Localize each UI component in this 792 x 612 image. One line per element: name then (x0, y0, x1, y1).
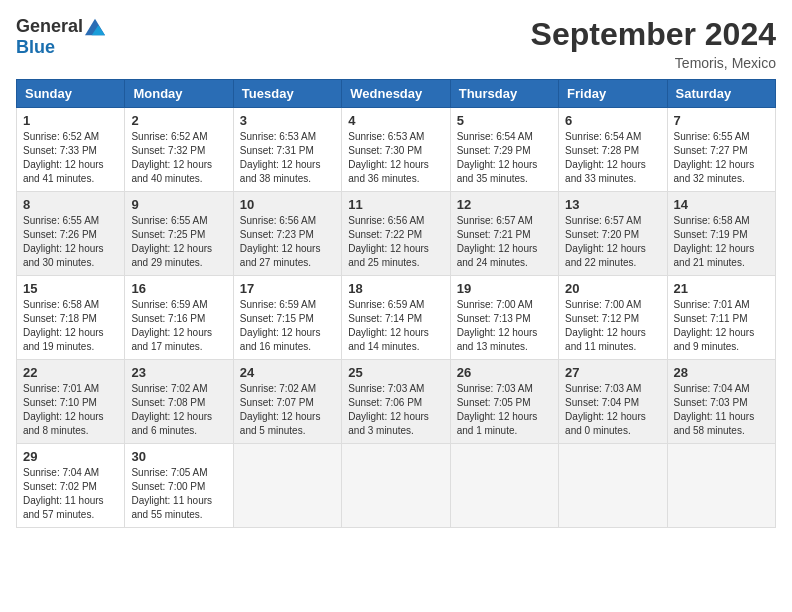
day-number: 24 (240, 365, 335, 380)
calendar-cell: 4 Sunrise: 6:53 AM Sunset: 7:30 PM Dayli… (342, 108, 450, 192)
day-info: Sunrise: 6:59 AM Sunset: 7:16 PM Dayligh… (131, 298, 226, 354)
calendar-header-row: SundayMondayTuesdayWednesdayThursdayFrid… (17, 80, 776, 108)
day-info: Sunrise: 6:57 AM Sunset: 7:21 PM Dayligh… (457, 214, 552, 270)
day-info: Sunrise: 6:56 AM Sunset: 7:23 PM Dayligh… (240, 214, 335, 270)
calendar-week-row: 29 Sunrise: 7:04 AM Sunset: 7:02 PM Dayl… (17, 444, 776, 528)
day-number: 7 (674, 113, 769, 128)
day-info: Sunrise: 7:01 AM Sunset: 7:11 PM Dayligh… (674, 298, 769, 354)
calendar-cell: 19 Sunrise: 7:00 AM Sunset: 7:13 PM Dayl… (450, 276, 558, 360)
day-number: 5 (457, 113, 552, 128)
calendar-cell: 29 Sunrise: 7:04 AM Sunset: 7:02 PM Dayl… (17, 444, 125, 528)
day-number: 23 (131, 365, 226, 380)
calendar-cell (233, 444, 341, 528)
calendar-cell: 12 Sunrise: 6:57 AM Sunset: 7:21 PM Dayl… (450, 192, 558, 276)
day-number: 14 (674, 197, 769, 212)
calendar-cell: 23 Sunrise: 7:02 AM Sunset: 7:08 PM Dayl… (125, 360, 233, 444)
day-number: 29 (23, 449, 118, 464)
calendar-cell: 26 Sunrise: 7:03 AM Sunset: 7:05 PM Dayl… (450, 360, 558, 444)
day-info: Sunrise: 7:04 AM Sunset: 7:02 PM Dayligh… (23, 466, 118, 522)
calendar-cell: 24 Sunrise: 7:02 AM Sunset: 7:07 PM Dayl… (233, 360, 341, 444)
day-info: Sunrise: 6:55 AM Sunset: 7:27 PM Dayligh… (674, 130, 769, 186)
day-number: 13 (565, 197, 660, 212)
day-number: 28 (674, 365, 769, 380)
day-info: Sunrise: 6:52 AM Sunset: 7:32 PM Dayligh… (131, 130, 226, 186)
day-info: Sunrise: 6:55 AM Sunset: 7:26 PM Dayligh… (23, 214, 118, 270)
calendar-cell: 9 Sunrise: 6:55 AM Sunset: 7:25 PM Dayli… (125, 192, 233, 276)
calendar-cell: 1 Sunrise: 6:52 AM Sunset: 7:33 PM Dayli… (17, 108, 125, 192)
day-info: Sunrise: 6:54 AM Sunset: 7:28 PM Dayligh… (565, 130, 660, 186)
day-number: 8 (23, 197, 118, 212)
day-number: 11 (348, 197, 443, 212)
day-number: 12 (457, 197, 552, 212)
logo-icon (85, 17, 105, 37)
day-info: Sunrise: 6:59 AM Sunset: 7:14 PM Dayligh… (348, 298, 443, 354)
calendar-cell: 28 Sunrise: 7:04 AM Sunset: 7:03 PM Dayl… (667, 360, 775, 444)
calendar-cell: 18 Sunrise: 6:59 AM Sunset: 7:14 PM Dayl… (342, 276, 450, 360)
calendar-cell: 6 Sunrise: 6:54 AM Sunset: 7:28 PM Dayli… (559, 108, 667, 192)
calendar-cell: 10 Sunrise: 6:56 AM Sunset: 7:23 PM Dayl… (233, 192, 341, 276)
column-header-monday: Monday (125, 80, 233, 108)
month-title: September 2024 (531, 16, 776, 53)
calendar-table: SundayMondayTuesdayWednesdayThursdayFrid… (16, 79, 776, 528)
day-number: 19 (457, 281, 552, 296)
calendar-cell: 11 Sunrise: 6:56 AM Sunset: 7:22 PM Dayl… (342, 192, 450, 276)
day-info: Sunrise: 7:03 AM Sunset: 7:06 PM Dayligh… (348, 382, 443, 438)
calendar-cell: 25 Sunrise: 7:03 AM Sunset: 7:06 PM Dayl… (342, 360, 450, 444)
calendar-cell: 27 Sunrise: 7:03 AM Sunset: 7:04 PM Dayl… (559, 360, 667, 444)
day-number: 6 (565, 113, 660, 128)
day-info: Sunrise: 6:53 AM Sunset: 7:30 PM Dayligh… (348, 130, 443, 186)
calendar-cell: 17 Sunrise: 6:59 AM Sunset: 7:15 PM Dayl… (233, 276, 341, 360)
day-number: 2 (131, 113, 226, 128)
day-info: Sunrise: 6:54 AM Sunset: 7:29 PM Dayligh… (457, 130, 552, 186)
day-number: 3 (240, 113, 335, 128)
day-info: Sunrise: 6:56 AM Sunset: 7:22 PM Dayligh… (348, 214, 443, 270)
calendar-cell: 13 Sunrise: 6:57 AM Sunset: 7:20 PM Dayl… (559, 192, 667, 276)
day-info: Sunrise: 6:58 AM Sunset: 7:18 PM Dayligh… (23, 298, 118, 354)
day-number: 20 (565, 281, 660, 296)
day-info: Sunrise: 6:55 AM Sunset: 7:25 PM Dayligh… (131, 214, 226, 270)
day-info: Sunrise: 7:00 AM Sunset: 7:13 PM Dayligh… (457, 298, 552, 354)
calendar-cell: 21 Sunrise: 7:01 AM Sunset: 7:11 PM Dayl… (667, 276, 775, 360)
day-number: 4 (348, 113, 443, 128)
calendar-week-row: 8 Sunrise: 6:55 AM Sunset: 7:26 PM Dayli… (17, 192, 776, 276)
calendar-cell: 30 Sunrise: 7:05 AM Sunset: 7:00 PM Dayl… (125, 444, 233, 528)
day-number: 22 (23, 365, 118, 380)
day-info: Sunrise: 7:03 AM Sunset: 7:05 PM Dayligh… (457, 382, 552, 438)
day-info: Sunrise: 6:53 AM Sunset: 7:31 PM Dayligh… (240, 130, 335, 186)
day-info: Sunrise: 6:58 AM Sunset: 7:19 PM Dayligh… (674, 214, 769, 270)
day-info: Sunrise: 6:59 AM Sunset: 7:15 PM Dayligh… (240, 298, 335, 354)
calendar-cell: 16 Sunrise: 6:59 AM Sunset: 7:16 PM Dayl… (125, 276, 233, 360)
calendar-week-row: 15 Sunrise: 6:58 AM Sunset: 7:18 PM Dayl… (17, 276, 776, 360)
calendar-week-row: 22 Sunrise: 7:01 AM Sunset: 7:10 PM Dayl… (17, 360, 776, 444)
page-header: General Blue September 2024 Temoris, Mex… (16, 16, 776, 71)
column-header-sunday: Sunday (17, 80, 125, 108)
day-info: Sunrise: 7:00 AM Sunset: 7:12 PM Dayligh… (565, 298, 660, 354)
day-info: Sunrise: 7:01 AM Sunset: 7:10 PM Dayligh… (23, 382, 118, 438)
day-info: Sunrise: 6:52 AM Sunset: 7:33 PM Dayligh… (23, 130, 118, 186)
column-header-wednesday: Wednesday (342, 80, 450, 108)
calendar-cell: 14 Sunrise: 6:58 AM Sunset: 7:19 PM Dayl… (667, 192, 775, 276)
day-info: Sunrise: 7:02 AM Sunset: 7:08 PM Dayligh… (131, 382, 226, 438)
calendar-cell: 5 Sunrise: 6:54 AM Sunset: 7:29 PM Dayli… (450, 108, 558, 192)
day-info: Sunrise: 7:04 AM Sunset: 7:03 PM Dayligh… (674, 382, 769, 438)
day-number: 30 (131, 449, 226, 464)
calendar-cell (559, 444, 667, 528)
day-number: 21 (674, 281, 769, 296)
day-info: Sunrise: 7:05 AM Sunset: 7:00 PM Dayligh… (131, 466, 226, 522)
calendar-cell: 22 Sunrise: 7:01 AM Sunset: 7:10 PM Dayl… (17, 360, 125, 444)
day-info: Sunrise: 7:03 AM Sunset: 7:04 PM Dayligh… (565, 382, 660, 438)
day-info: Sunrise: 6:57 AM Sunset: 7:20 PM Dayligh… (565, 214, 660, 270)
day-number: 1 (23, 113, 118, 128)
column-header-saturday: Saturday (667, 80, 775, 108)
day-info: Sunrise: 7:02 AM Sunset: 7:07 PM Dayligh… (240, 382, 335, 438)
calendar-week-row: 1 Sunrise: 6:52 AM Sunset: 7:33 PM Dayli… (17, 108, 776, 192)
calendar-cell (667, 444, 775, 528)
column-header-friday: Friday (559, 80, 667, 108)
calendar-cell: 8 Sunrise: 6:55 AM Sunset: 7:26 PM Dayli… (17, 192, 125, 276)
day-number: 18 (348, 281, 443, 296)
column-header-thursday: Thursday (450, 80, 558, 108)
day-number: 15 (23, 281, 118, 296)
day-number: 17 (240, 281, 335, 296)
location: Temoris, Mexico (531, 55, 776, 71)
day-number: 27 (565, 365, 660, 380)
